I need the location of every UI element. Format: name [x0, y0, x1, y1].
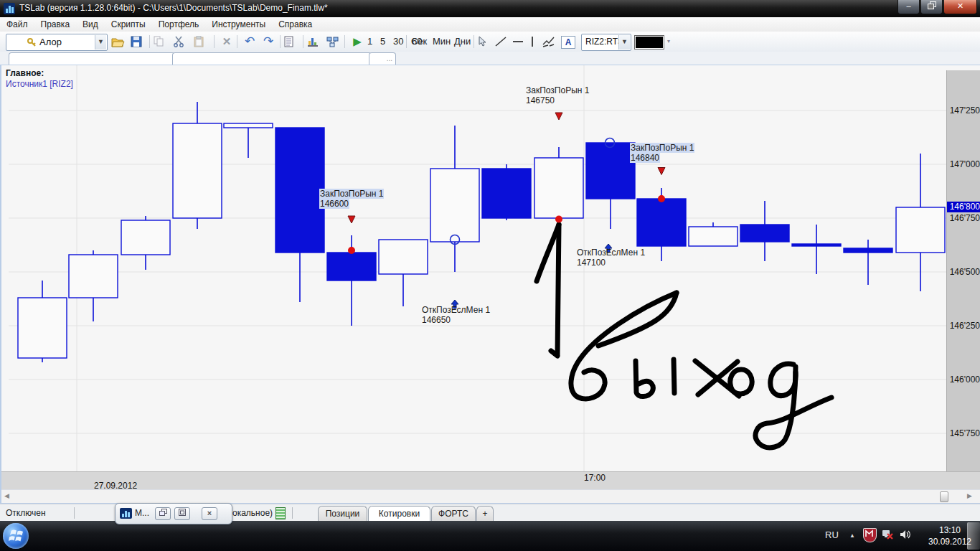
candle-down — [792, 244, 841, 246]
diagonal-line-icon — [495, 37, 507, 47]
menu-item-инструменты[interactable]: Инструменты — [205, 17, 272, 32]
pointer-tool-button[interactable] — [478, 34, 495, 50]
delete-button[interactable]: ✕ — [218, 34, 235, 50]
chart-button[interactable] — [307, 34, 324, 50]
key-icon — [27, 37, 37, 47]
trade-exit-dot — [348, 247, 355, 254]
price-tick-label: 146'250 — [950, 321, 980, 331]
menu-item-вид[interactable]: Вид — [76, 17, 105, 32]
mini-maximize-button[interactable] — [174, 507, 190, 520]
mini-restore-button[interactable] — [155, 507, 171, 520]
clock-date: 30.09.2012 — [928, 537, 971, 547]
candle-down — [637, 199, 686, 246]
clock-time: 13:10 — [939, 525, 961, 535]
time-axis[interactable]: 17:00 27.09.2012 — [1, 471, 980, 490]
restore-icon — [928, 1, 936, 9]
flow-diagram-icon — [326, 37, 339, 47]
restore-icon — [159, 509, 167, 516]
price-tick-label: 146'750 — [950, 213, 980, 223]
sell-signal-icon — [658, 168, 665, 175]
candle-up — [896, 207, 945, 253]
unit-button-дни[interactable]: Дни — [454, 34, 471, 50]
zigzag-tool-button[interactable] — [542, 34, 560, 50]
timeframe-button-30[interactable]: 30 — [393, 34, 403, 50]
window-title: TSLab (версия 1.1.28.0:64bit) - C:\Users… — [19, 3, 328, 13]
unit-button-мин[interactable]: Мин — [433, 34, 451, 50]
trade-exit-dot — [555, 216, 562, 223]
run-button[interactable]: ▶ — [349, 34, 366, 50]
menu-item-файл[interactable]: Файл — [0, 17, 34, 32]
scroll-left-icon[interactable]: ◀ — [4, 492, 9, 499]
candle-down — [844, 248, 892, 253]
trendline-tool-button[interactable] — [495, 34, 512, 50]
candlestick-chart — [1, 65, 980, 471]
document-tab-strip: ... — [0, 52, 980, 65]
menu-item-правка[interactable]: Правка — [34, 17, 77, 32]
panel-tab-add[interactable]: + — [476, 506, 494, 521]
color-swatch[interactable] — [634, 35, 664, 50]
menu-item-справка[interactable]: Справка — [272, 17, 319, 32]
toolbar-overflow-button[interactable]: ▾ — [664, 34, 673, 50]
price-tick-label: 146'500 — [950, 267, 980, 277]
scrollbar-thumb[interactable] — [940, 491, 948, 502]
notebook-icon[interactable] — [275, 507, 286, 519]
buy-signal-icon — [605, 244, 612, 253]
restore-button[interactable] — [920, 0, 943, 14]
save-button[interactable] — [131, 34, 148, 50]
paste-icon — [194, 36, 204, 47]
save-icon — [131, 36, 142, 47]
document-tab-2[interactable] — [172, 52, 372, 65]
price-axis[interactable]: 147'250147'000146'750146'500146'250146'0… — [946, 70, 980, 471]
paste-button[interactable] — [194, 34, 211, 50]
partial-caption: окальное) — [232, 508, 273, 518]
price-tick-label: 147'250 — [950, 105, 980, 116]
hline-tool-button[interactable] — [512, 34, 529, 50]
title-bar: TSLab (версия 1.1.28.0:64bit) - C:\Users… — [0, 0, 980, 17]
unit-button-сек[interactable]: Сек — [411, 34, 427, 50]
account-combo[interactable]: Алор ▼ — [6, 34, 108, 51]
tray-expand-icon[interactable]: ▲ — [849, 532, 855, 539]
floating-mini-window[interactable]: M... × — [115, 503, 232, 524]
undo-button[interactable]: ↶ — [241, 34, 258, 50]
hand-drawn-annotation — [636, 361, 653, 397]
show-desktop-button[interactable] — [967, 522, 980, 550]
chart-plot-area[interactable]: Главное: Источник1 [RIZ2] ЗакПозПоРын 11… — [1, 65, 980, 471]
panel-tab-котировки[interactable]: Котировки — [368, 506, 430, 521]
start-button[interactable] — [3, 523, 29, 549]
symbol-combo[interactable]: RIZ2:RTS ▼ — [581, 34, 631, 51]
bar-chart-icon — [307, 36, 319, 47]
timeframe-button-1[interactable]: 1 — [367, 34, 372, 50]
horizontal-scrollbar[interactable]: ◀ ▶ — [1, 489, 980, 503]
close-button[interactable]: ✕ — [943, 0, 977, 14]
scroll-right-icon[interactable]: ▶ — [967, 492, 972, 499]
trade-exit-dot — [658, 195, 665, 202]
windows-logo-icon — [3, 523, 29, 549]
language-indicator[interactable]: RU — [825, 529, 839, 540]
cut-button[interactable] — [174, 34, 191, 50]
mini-close-button[interactable]: × — [202, 507, 217, 520]
redo-button[interactable]: ↷ — [260, 34, 277, 50]
script-button[interactable] — [284, 34, 301, 50]
copy-button[interactable] — [154, 34, 171, 50]
text-tool-button[interactable]: A — [560, 34, 577, 50]
document-tab-1[interactable] — [9, 52, 175, 65]
minimize-button[interactable]: – — [897, 0, 920, 14]
document-tab-3[interactable]: ... — [369, 52, 396, 65]
mini-window-icon — [120, 508, 132, 519]
hand-drawn-annotation — [598, 293, 677, 346]
account-combo-arrow[interactable]: ▼ — [95, 35, 106, 50]
sell-signal-icon — [555, 113, 562, 120]
horizontal-line-icon — [512, 37, 524, 47]
menu-item-портфель[interactable]: Портфель — [152, 17, 206, 32]
volume-icon[interactable] — [900, 529, 911, 540]
scheme-button[interactable] — [326, 34, 344, 50]
open-file-button[interactable] — [111, 34, 128, 50]
tslab-window: TSLab (версия 1.1.28.0:64bit) - C:\Users… — [0, 0, 980, 551]
menu-item-скрипты[interactable]: Скрипты — [105, 17, 152, 32]
network-disconnected-icon[interactable] — [881, 528, 894, 541]
panel-tab-фортс[interactable]: ФОРТС — [431, 506, 476, 521]
symbol-combo-arrow[interactable]: ▼ — [618, 35, 630, 50]
panel-tab-позиции[interactable]: Позиции — [318, 506, 367, 521]
mcafee-icon[interactable] — [863, 528, 877, 542]
timeframe-button-5[interactable]: 5 — [380, 34, 385, 50]
